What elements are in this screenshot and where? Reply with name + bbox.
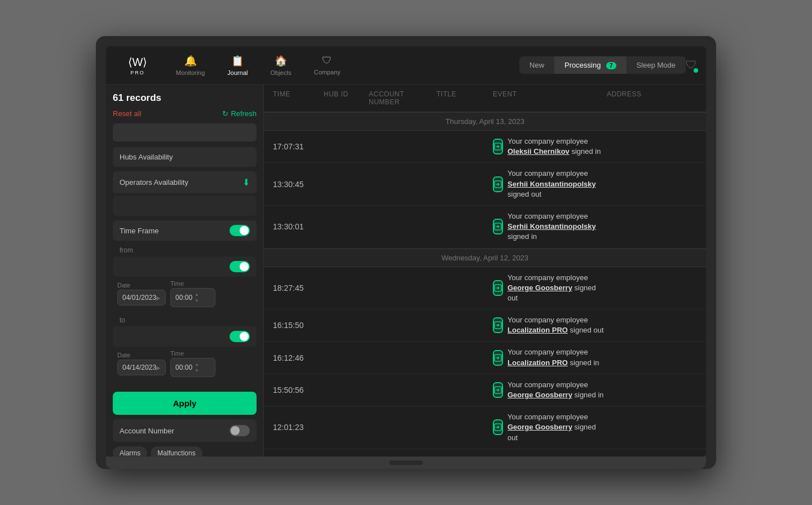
employee-name: George Goosberry xyxy=(508,391,572,399)
from-time-field[interactable]: 00:00 ▲ ▼ xyxy=(170,288,215,307)
monitoring-icon: 🔔 xyxy=(184,55,197,67)
cell-event: Your company employee George Goosberry s… xyxy=(493,455,607,457)
cell-time: 16:15:50 xyxy=(273,321,324,330)
filter-tags: Alarms Malfunctions Arming/Disarming Ser… xyxy=(113,446,257,457)
from-time-stepper[interactable]: ▲ ▼ xyxy=(195,292,199,303)
table-row[interactable]: 16:12:46 Your company employee Localizat… xyxy=(264,342,706,374)
cell-time: 12:01:23 xyxy=(273,423,324,432)
from-toggle[interactable] xyxy=(230,261,250,272)
to-date-arrow: ▶ xyxy=(156,365,161,371)
employee-name: Localization PRO xyxy=(508,326,568,334)
table-row[interactable]: 11:48:04 Your company employee George Go… xyxy=(264,449,706,457)
employee-name: George Goosberry xyxy=(508,283,572,292)
nav-item-objects[interactable]: 🏠 Objects xyxy=(259,50,302,81)
logo-pro: PRO xyxy=(130,70,145,76)
event-icon xyxy=(493,317,503,333)
to-time-field[interactable]: 00:00 ▲ ▼ xyxy=(170,358,215,377)
nav-label-objects: Objects xyxy=(270,69,291,76)
table-row[interactable]: 15:50:56 Your company employee George Go… xyxy=(264,374,706,406)
col-event: Event xyxy=(493,90,607,106)
filter-tag-malfunctions[interactable]: Malfunctions xyxy=(151,446,202,457)
operators-dropdown[interactable] xyxy=(113,196,257,216)
reset-all-button[interactable]: Reset all xyxy=(113,109,142,118)
employee-name: Serhii Konstantinopolsky xyxy=(508,180,596,188)
table-row[interactable]: 17:07:31 Your company employee Oleksii C… xyxy=(264,131,706,163)
cell-event: Your company employee George Goosberry s… xyxy=(493,273,607,304)
to-date-time: Date 04/14/2023 ▶ Time 00:00 xyxy=(113,349,257,383)
table-row[interactable]: 18:27:45 Your company employee George Go… xyxy=(264,267,706,310)
timeframe-section: Time Frame from Date 04/01/ xyxy=(113,220,257,383)
time-down-icon[interactable]: ▼ xyxy=(195,298,199,303)
from-date-time-row: Date 04/01/2023 ▶ Time 00:00 xyxy=(115,280,254,307)
event-text: Your company employee Serhii Konstantino… xyxy=(508,211,607,242)
new-button[interactable]: New xyxy=(519,56,554,74)
col-address: Address xyxy=(607,90,697,106)
col-hubid: Hub ID xyxy=(324,90,369,106)
filter-search-bar[interactable] xyxy=(113,123,257,141)
to-time-up-icon[interactable]: ▲ xyxy=(195,362,199,367)
from-date-label: Date xyxy=(117,282,166,289)
from-time-value: 00:00 xyxy=(175,294,192,302)
to-toggle[interactable] xyxy=(230,331,250,342)
employee-name: Serhii Konstantinopolsky xyxy=(508,222,596,231)
event-icon xyxy=(493,139,503,154)
cell-event: Your company employee Localization PRO s… xyxy=(493,347,607,367)
event-text: Your company employee George Goosberry s… xyxy=(508,455,607,457)
event-icon xyxy=(493,350,503,366)
sleep-mode-button[interactable]: Sleep Mode xyxy=(626,56,686,74)
from-date-arrow: ▶ xyxy=(156,295,161,301)
logo-area: ⟨W⟩ PRO xyxy=(115,55,160,76)
event-text: Your company employee George Goosberry s… xyxy=(508,412,607,443)
employee-name: Oleksii Chernikov xyxy=(508,147,570,156)
refresh-button[interactable]: ↻ Refresh xyxy=(222,109,257,118)
to-time-down-icon[interactable]: ▼ xyxy=(195,368,199,373)
apply-button[interactable]: Apply xyxy=(113,392,257,415)
to-date-field[interactable]: 04/14/2023 ▶ xyxy=(117,360,166,375)
processing-button[interactable]: Processing 7 xyxy=(554,56,626,74)
cell-time: 15:50:56 xyxy=(273,386,324,395)
cell-event: Your company employee Serhii Konstantino… xyxy=(493,169,607,200)
table-row[interactable]: 13:30:45 Your company employee Serhii Ko… xyxy=(264,163,706,206)
main-layout: 61 records Reset all ↻ Refresh Hubs Avai… xyxy=(106,85,706,457)
shield-status: 🛡 xyxy=(686,59,697,72)
nav-label-company: Company xyxy=(314,69,341,76)
timeframe-toggle[interactable] xyxy=(230,225,250,236)
col-time: Time xyxy=(273,90,324,106)
cell-event: Your company employee George Goosberry s… xyxy=(493,412,607,443)
table-row[interactable]: 16:15:50 Your company employee Localizat… xyxy=(264,309,706,342)
journal-content: Thursday, April 13, 2023 17:07:31 Your c… xyxy=(264,112,706,457)
event-text: Your company employee Serhii Konstantino… xyxy=(508,169,607,200)
from-label: from xyxy=(113,243,257,256)
date-separator: Wednesday, April 12, 2023 xyxy=(264,249,706,267)
event-icon xyxy=(493,382,503,398)
to-time-stepper[interactable]: ▲ ▼ xyxy=(195,362,199,373)
to-date-label: Date xyxy=(117,352,166,358)
event-icon xyxy=(493,419,503,435)
from-toggle-row xyxy=(113,256,257,277)
cell-event: Your company employee Localization PRO s… xyxy=(493,315,607,335)
time-up-icon[interactable]: ▲ xyxy=(195,292,199,297)
operators-availability-header[interactable]: Operators Availability ⬇ xyxy=(113,171,257,193)
timeframe-label: Time Frame xyxy=(120,227,159,235)
from-date-field[interactable]: 04/01/2023 ▶ xyxy=(117,290,166,305)
cell-event: Your company employee Serhii Konstantino… xyxy=(493,211,607,242)
account-number-row: Account Number xyxy=(113,419,257,442)
from-date-time: Date 04/01/2023 ▶ Time 00:00 xyxy=(113,279,257,313)
table-row[interactable]: 13:30:01 Your company employee Serhii Ko… xyxy=(264,206,706,249)
filter-tag-alarms[interactable]: Alarms xyxy=(113,446,147,457)
hubs-availability-header[interactable]: Hubs Availability xyxy=(113,147,257,167)
account-number-toggle[interactable] xyxy=(230,425,250,436)
nav-item-monitoring[interactable]: 🔔 Monitoring xyxy=(165,50,216,81)
to-toggle-row xyxy=(113,326,257,347)
objects-icon: 🏠 xyxy=(275,55,287,67)
nav-item-journal[interactable]: 📋 Journal xyxy=(216,50,259,81)
journal-icon: 📋 xyxy=(231,55,244,67)
table-row[interactable]: 12:01:23 Your company employee George Go… xyxy=(264,406,706,449)
timeframe-toggle-row: Time Frame xyxy=(113,220,257,241)
nav-item-company[interactable]: 🛡 Company xyxy=(303,50,352,81)
processing-label: Processing xyxy=(564,61,601,69)
hubs-availability-section: Hubs Availability xyxy=(113,147,257,167)
event-text: Your company employee George Goosberry s… xyxy=(508,380,607,400)
cell-time: 16:12:46 xyxy=(273,353,324,362)
to-label: to xyxy=(113,313,257,326)
